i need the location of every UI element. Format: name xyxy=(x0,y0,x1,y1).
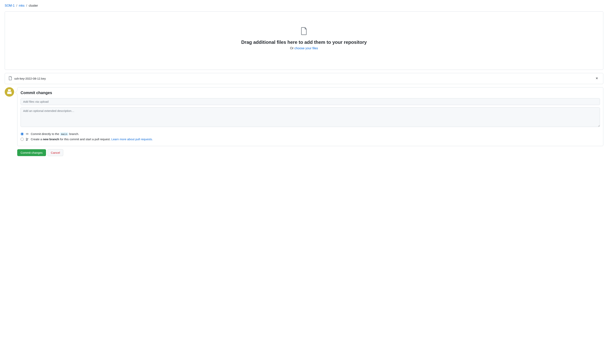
commit-direct-label: Commit directly to the main branch. xyxy=(31,132,79,136)
remove-file-button[interactable] xyxy=(594,76,599,81)
uploaded-file-row: ssh-key-2022-08-12.key xyxy=(5,73,603,84)
commit-changes-button[interactable]: Commit changes xyxy=(17,149,46,156)
avatar xyxy=(5,87,14,97)
uploaded-file-name: ssh-key-2022-08-12.key xyxy=(14,77,594,80)
cancel-button[interactable]: Cancel xyxy=(48,149,63,156)
commit-summary-input[interactable] xyxy=(21,98,600,105)
commit-newbranch-label: Create a new branch for this commit and … xyxy=(31,138,153,141)
branch-tag: main xyxy=(60,132,68,136)
commit-direct-suffix: branch. xyxy=(68,132,79,136)
commit-newbranch-radio-row[interactable]: Create a new branch for this commit and … xyxy=(21,138,600,141)
file-icon xyxy=(9,76,12,81)
git-pull-request-icon xyxy=(26,138,29,141)
commit-direct-radio-row[interactable]: Commit directly to the main branch. xyxy=(21,132,600,136)
commit-newbranch-bold: new branch xyxy=(43,138,59,141)
breadcrumb-sep: / xyxy=(16,4,17,7)
commit-direct-prefix: Commit directly to the xyxy=(31,132,60,136)
commit-box: Commit changes Commit directly to the ma… xyxy=(17,87,603,146)
breadcrumb-current: cluster xyxy=(29,4,38,7)
commit-newbranch-radio[interactable] xyxy=(21,138,24,141)
choose-files-link[interactable]: choose your files xyxy=(294,47,318,50)
commit-direct-radio[interactable] xyxy=(21,132,24,136)
close-icon xyxy=(595,77,598,80)
dropzone-subtext: Or choose your files xyxy=(9,47,599,50)
dropzone-subtext-prefix: Or xyxy=(290,47,294,50)
commit-newbranch-prefix: Create a xyxy=(31,138,43,141)
breadcrumb-sep: / xyxy=(26,4,27,7)
file-icon xyxy=(301,27,307,36)
breadcrumb: SOM-1 / mks / cluster xyxy=(5,3,603,8)
commit-description-textarea[interactable] xyxy=(21,107,600,127)
breadcrumb-link-0[interactable]: SOM-1 xyxy=(5,4,15,7)
breadcrumb-link-1[interactable]: mks xyxy=(19,4,25,7)
git-commit-icon xyxy=(26,132,29,136)
commit-newbranch-suffix: for this commit and start a pull request… xyxy=(59,138,111,141)
dropzone-heading: Drag additional files here to add them t… xyxy=(9,39,599,45)
learn-pull-requests-link[interactable]: Learn more about pull requests. xyxy=(111,138,153,141)
commit-heading: Commit changes xyxy=(21,91,600,95)
file-dropzone[interactable]: Drag additional files here to add them t… xyxy=(5,11,603,70)
